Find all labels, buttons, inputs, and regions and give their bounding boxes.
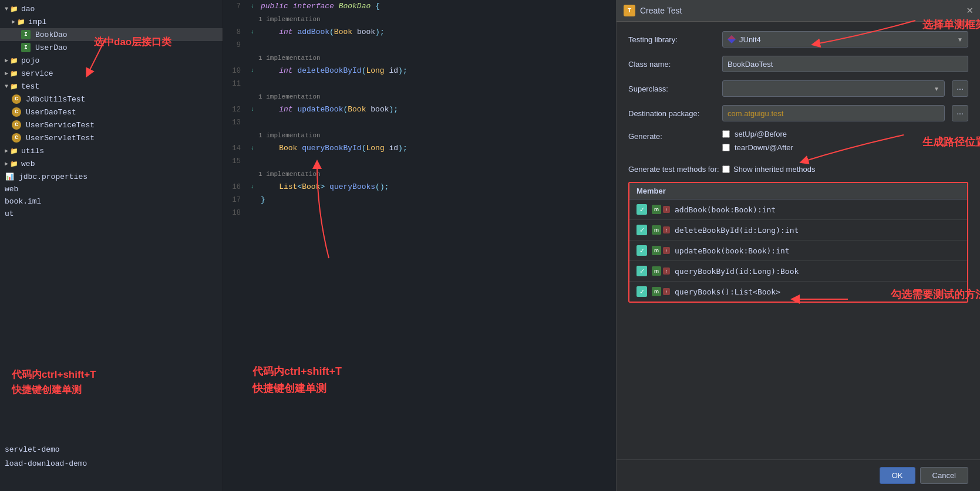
cancel-button[interactable]: Cancel — [920, 467, 968, 484]
member-checkbox-queryBookById[interactable]: ✓ — [637, 266, 647, 276]
line-number: 15 — [223, 155, 247, 168]
sidebar-item-label: JdbcUtilsTest — [26, 95, 85, 104]
generate-options: setUp/@Before tearDown/@After — [722, 130, 793, 157]
generate-methods-label: Generate test methods for: — [628, 165, 722, 174]
sidebar-item-label: servlet-demo — [5, 445, 60, 454]
badge-icon: ↑ — [663, 247, 670, 254]
dialog-close-button[interactable]: ✕ — [966, 5, 973, 16]
member-item-updateBook[interactable]: ✓ m ↑ updateBook(book:Book):int — [629, 241, 967, 261]
member-section: Member ✓ m ↑ addBook(book:Book):int ✓ m … — [628, 182, 968, 303]
destination-package-input[interactable]: com.atguigu.test — [722, 105, 945, 121]
superclass-browse-button[interactable]: ··· — [952, 80, 968, 97]
sidebar-item-dao[interactable]: ▼ 📁 dao — [0, 2, 223, 15]
sidebar-item-UserDao[interactable]: I UserDao — [0, 41, 223, 54]
member-checkbox-queryBooks[interactable]: ✓ — [637, 286, 647, 297]
sidebar-item-label: service — [21, 69, 53, 78]
member-item-deleteBookById[interactable]: ✓ m ↑ deleteBookById(id:Long):int — [629, 220, 967, 241]
member-text-updateBook: updateBook(book:Book):int — [675, 246, 790, 255]
line-number: 8 — [223, 26, 247, 39]
sidebar-item-label: test — [21, 82, 39, 91]
sidebar-item-label: book.iml — [5, 197, 41, 206]
sidebar-item-label: UserDao — [35, 43, 68, 52]
sidebar-item-web[interactable]: ▶ 📁 web — [0, 157, 223, 170]
testing-library-row: Testing library: JUnit4 ▼ — [628, 31, 968, 48]
show-inherited-label[interactable]: Show inherited methods — [733, 165, 815, 174]
arrow-down-icon: ▼ — [5, 83, 8, 90]
ok-button[interactable]: OK — [880, 467, 915, 484]
setup-label[interactable]: setUp/@Before — [735, 130, 787, 138]
destination-package-wrapper: com.atguigu.test ··· — [722, 105, 968, 121]
sidebar-item-web2[interactable]: web — [0, 183, 223, 195]
member-checkbox-updateBook[interactable]: ✓ — [637, 245, 647, 256]
sidebar-item-label: UserDaoTest — [26, 108, 76, 117]
method-icon: m — [652, 205, 661, 214]
sidebar-item-load-download-demo[interactable]: load-download-demo — [0, 458, 92, 470]
destination-package-row: Destination package: com.atguigu.test ··… — [628, 105, 968, 121]
superclass-select[interactable]: ▼ — [722, 80, 945, 97]
member-checkbox-deleteBookById[interactable]: ✓ — [637, 225, 647, 235]
sidebar: 选中dao层接口类 ▼ 📁 dao ▶ 📁 impl I BookDao I U… — [0, 0, 223, 491]
testing-library-value: JUnit4 — [739, 35, 957, 44]
sidebar-item-UserServletTest[interactable]: C UserServletTest — [0, 131, 223, 144]
line-number: 16 — [223, 181, 247, 194]
testing-library-select[interactable]: JUnit4 ▼ — [722, 31, 968, 48]
member-item-addBook[interactable]: ✓ m ↑ addBook(book:Book):int — [629, 199, 967, 220]
teardown-label[interactable]: tearDown/@After — [735, 143, 793, 152]
sidebar-item-jdbc-properties[interactable]: 📊 jdbc.properties — [0, 170, 223, 183]
member-text-deleteBookById: deleteBookById(id:Long):int — [675, 226, 799, 235]
sidebar-item-BookDao[interactable]: I BookDao — [0, 28, 223, 41]
line-number: 10 — [223, 65, 247, 77]
superclass-label: Superclass: — [628, 84, 722, 93]
destination-package-label: Destination package: — [628, 109, 722, 118]
show-inherited-checkbox[interactable] — [722, 165, 730, 173]
sidebar-item-test[interactable]: ▼ 📁 test — [0, 80, 223, 93]
sidebar-item-UserDaoTest[interactable]: C UserDaoTest — [0, 106, 223, 118]
annotation-shortcut-editor: 代码内ctrl+shift+T快捷键创建单测 — [252, 363, 342, 397]
sidebar-item-servlet-demo[interactable]: servlet-demo — [0, 443, 65, 456]
line-number: 13 — [223, 116, 247, 129]
create-test-dialog: T Create Test ✕ Testing library: JUnit4 … — [616, 0, 980, 491]
member-checkbox-addBook[interactable]: ✓ — [637, 204, 647, 215]
generate-row: Generate: setUp/@Before tearDown/@After — [628, 130, 968, 157]
class-name-input[interactable] — [722, 56, 968, 72]
superclass-row: Superclass: ▼ ··· — [628, 80, 968, 97]
sidebar-item-pojo[interactable]: ▶ 📁 pojo — [0, 54, 223, 67]
dialog-titlebar: T Create Test ✕ — [617, 0, 980, 22]
badge-icon: ↑ — [663, 288, 670, 295]
dialog-body: Testing library: JUnit4 ▼ Class name: — [617, 22, 980, 459]
sidebar-item-book-iml[interactable]: book.iml — [0, 195, 223, 208]
folder-icon: 📁 — [9, 56, 19, 65]
setup-checkbox[interactable] — [722, 130, 730, 138]
generate-methods-row: Generate test methods for: Show inherite… — [628, 165, 968, 174]
sidebar-item-label: pojo — [21, 56, 39, 65]
superclass-wrapper: ▼ ··· — [722, 80, 968, 97]
sidebar-item-ut[interactable]: ut — [0, 208, 223, 220]
sidebar-item-label: load-download-demo — [5, 459, 87, 468]
member-text-addBook: addBook(book:Book):int — [675, 205, 776, 214]
teardown-checkbox[interactable] — [722, 144, 730, 151]
sidebar-item-UserServiceTest[interactable]: C UserServiceTest — [0, 118, 223, 131]
arrow-right-icon: ▶ — [12, 18, 15, 25]
badge-icon: ↑ — [663, 226, 670, 233]
member-list: ✓ m ↑ addBook(book:Book):int ✓ m ↑ delet… — [629, 199, 967, 302]
arrow-right-icon: ▶ — [5, 70, 8, 77]
line-number: 12 — [223, 103, 247, 116]
line-number: 11 — [223, 77, 247, 90]
member-text-queryBooks: queryBooks():List<Book> — [675, 287, 780, 296]
sidebar-item-impl[interactable]: ▶ 📁 impl — [0, 15, 223, 28]
show-inherited-wrapper: Show inherited methods — [722, 165, 815, 174]
folder-icon: 📁 — [9, 146, 19, 155]
line-number: 7 — [223, 0, 247, 13]
destination-package-browse-button[interactable]: ··· — [952, 105, 968, 121]
sidebar-item-label: jdbc.properties — [19, 172, 87, 181]
badge-icon: ↑ — [663, 206, 670, 213]
class-name-label: Class name: — [628, 60, 722, 69]
line-gutter: ↓ — [247, 65, 258, 77]
member-item-queryBooks[interactable]: ✓ m ↑ queryBooks():List<Book> — [629, 282, 967, 302]
member-item-queryBookById[interactable]: ✓ m ↑ queryBookById(id:Long):Book — [629, 261, 967, 282]
sidebar-item-utils[interactable]: ▶ 📁 utils — [0, 144, 223, 157]
sidebar-item-service[interactable]: ▶ 📁 service — [0, 67, 223, 80]
sidebar-item-JdbcUtilsTest[interactable]: C JdbcUtilsTest — [0, 93, 223, 106]
testing-library-select-wrapper: JUnit4 ▼ — [722, 31, 968, 48]
dialog-title: Create Test — [640, 6, 966, 15]
